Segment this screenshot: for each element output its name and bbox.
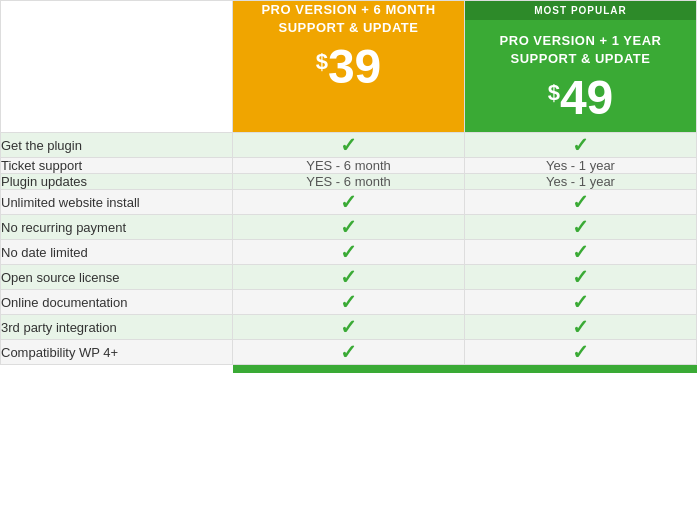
check-icon: ✓ [340, 134, 357, 156]
check-icon: ✓ [340, 216, 357, 238]
green-currency: $ [548, 82, 560, 104]
green-feature-value: ✓ [465, 265, 697, 290]
gold-feature-value: ✓ [233, 133, 465, 158]
feature-label: Unlimited website install [1, 190, 233, 215]
plan-header-gold: PRO VERSION + 6 MONTH SUPPORT & UPDATE $… [233, 1, 465, 133]
gold-feature-value: ✓ [233, 265, 465, 290]
gold-feature-value: ✓ [233, 340, 465, 365]
gold-feature-value: ✓ [233, 290, 465, 315]
check-icon: ✓ [340, 316, 357, 338]
gold-feature-value: YES - 6 month [233, 158, 465, 174]
green-feature-value: Yes - 1 year [465, 174, 697, 190]
check-icon: ✓ [572, 341, 589, 363]
green-feature-value: ✓ [465, 190, 697, 215]
table-row: Plugin updatesYES - 6 monthYes - 1 year [1, 174, 697, 190]
green-plan-title: PRO VERSION + 1 YEAR SUPPORT & UPDATE [475, 32, 686, 68]
bottom-left [1, 365, 233, 373]
gold-plan-title: PRO VERSION + 6 MONTH SUPPORT & UPDATE [233, 1, 464, 37]
check-icon: ✓ [572, 191, 589, 213]
gold-feature-value: ✓ [233, 215, 465, 240]
table-row: No date limited✓✓ [1, 240, 697, 265]
gold-price-amount: 39 [328, 40, 381, 93]
gold-currency: $ [316, 51, 328, 73]
green-price-amount: 49 [560, 71, 613, 124]
feature-label: Online documentation [1, 290, 233, 315]
green-feature-value: ✓ [465, 290, 697, 315]
table-row: Ticket supportYES - 6 monthYes - 1 year [1, 158, 697, 174]
green-feature-value: ✓ [465, 215, 697, 240]
feature-label: Open source license [1, 265, 233, 290]
green-feature-value: ✓ [465, 240, 697, 265]
green-feature-value: ✓ [465, 315, 697, 340]
green-feature-value: Yes - 1 year [465, 158, 697, 174]
bottom-green [465, 365, 697, 373]
check-icon: ✓ [572, 291, 589, 313]
bottom-gold [233, 365, 465, 373]
check-icon: ✓ [572, 316, 589, 338]
feature-label: 3rd party integration [1, 315, 233, 340]
feature-label: Get the plugin [1, 133, 233, 158]
gold-feature-value: ✓ [233, 240, 465, 265]
green-plan-price: $49 [475, 74, 686, 122]
check-icon: ✓ [340, 241, 357, 263]
check-icon: ✓ [340, 191, 357, 213]
gold-feature-value: ✓ [233, 315, 465, 340]
check-icon: ✓ [572, 134, 589, 156]
table-row: Compatibility WP 4+✓✓ [1, 340, 697, 365]
feature-label: Compatibility WP 4+ [1, 340, 233, 365]
feature-label: No recurring payment [1, 215, 233, 240]
table-row: No recurring payment✓✓ [1, 215, 697, 240]
most-popular-badge: MOST POPULAR [465, 1, 696, 20]
plan-header-green: MOST POPULAR PRO VERSION + 1 YEAR SUPPOR… [465, 1, 697, 133]
green-feature-value: ✓ [465, 133, 697, 158]
gold-feature-value: ✓ [233, 190, 465, 215]
green-feature-value: ✓ [465, 340, 697, 365]
table-row: Unlimited website install✓✓ [1, 190, 697, 215]
table-row: Online documentation✓✓ [1, 290, 697, 315]
table-row: Open source license✓✓ [1, 265, 697, 290]
gold-plan-price: $39 [233, 43, 464, 91]
table-row: 3rd party integration✓✓ [1, 315, 697, 340]
check-icon: ✓ [340, 341, 357, 363]
check-icon: ✓ [340, 266, 357, 288]
feature-label: Plugin updates [1, 174, 233, 190]
table-row: Get the plugin✓✓ [1, 133, 697, 158]
check-icon: ✓ [572, 216, 589, 238]
feature-label: Ticket support [1, 158, 233, 174]
check-icon: ✓ [572, 266, 589, 288]
feature-label: No date limited [1, 240, 233, 265]
check-icon: ✓ [340, 291, 357, 313]
check-icon: ✓ [572, 241, 589, 263]
gold-feature-value: YES - 6 month [233, 174, 465, 190]
feature-col-header [1, 1, 233, 133]
